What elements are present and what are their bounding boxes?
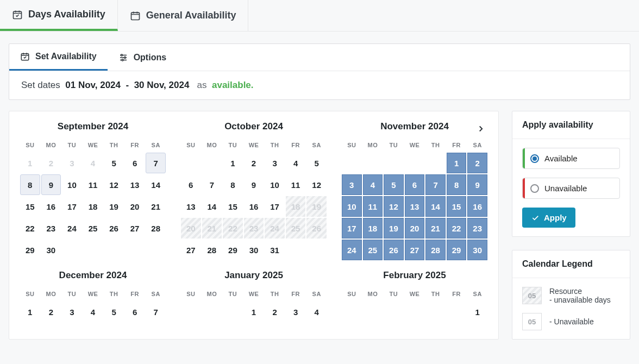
calendar-day[interactable]: 13 [125,174,145,195]
calendar-day[interactable]: 13 [405,196,425,217]
subtab-options[interactable]: Options [108,44,177,71]
calendar-day[interactable]: 23 [41,218,61,239]
calendar-day[interactable]: 2 [41,302,61,322]
calendar-day[interactable]: 28 [425,240,446,260]
calendar-day[interactable]: 27 [125,218,145,239]
calendar-day[interactable]: 17 [62,196,82,217]
tab-days-availability[interactable]: Days Availability [0,0,118,31]
calendar-day[interactable]: 16 [467,196,487,217]
calendar-day[interactable]: 15 [223,196,243,217]
calendar-day[interactable]: 10 [62,174,82,195]
calendar-day[interactable]: 18 [363,218,383,239]
calendar-day[interactable]: 3 [265,153,285,173]
calendar-day[interactable]: 9 [467,174,487,195]
calendar-day[interactable]: 26 [384,240,404,260]
calendar-day[interactable]: 2 [265,302,285,322]
calendar-day[interactable]: 30 [467,240,487,260]
calendar-day[interactable]: 29 [447,240,467,260]
calendar-day[interactable]: 10 [265,174,285,195]
calendar-day[interactable]: 18 [83,196,103,217]
calendar-day[interactable]: 6 [125,302,145,322]
calendar-day[interactable]: 6 [181,174,201,195]
calendar-day[interactable]: 15 [20,196,40,217]
tab-general-availability[interactable]: General Availability [118,0,249,31]
calendar-day[interactable]: 29 [223,240,243,260]
radio-available[interactable]: Available [522,148,620,169]
calendar-day[interactable]: 2 [244,153,264,173]
calendar-day[interactable]: 30 [41,240,61,260]
calendar-day[interactable]: 17 [265,196,285,217]
calendar-day[interactable]: 7 [202,174,222,195]
calendar-day[interactable]: 3 [286,302,306,322]
calendar-day[interactable]: 12 [384,196,404,217]
calendar-day[interactable]: 9 [41,174,61,195]
calendar-day[interactable]: 8 [447,174,467,195]
calendar-day[interactable]: 11 [286,174,306,195]
calendar-day[interactable]: 2 [467,153,487,173]
calendar-day[interactable]: 24 [342,240,362,260]
calendar-day[interactable]: 20 [125,196,145,217]
calendar-day[interactable]: 23 [467,218,487,239]
calendar-day[interactable]: 14 [146,174,166,195]
calendar-day[interactable]: 4 [306,302,327,322]
calendar-day[interactable]: 9 [244,174,264,195]
calendar-day[interactable]: 11 [363,196,383,217]
radio-unavailable[interactable]: Unavailable [522,178,620,199]
calendar-day[interactable]: 4 [363,174,383,195]
calendar-day[interactable]: 1 [244,302,264,322]
calendar-day[interactable]: 16 [41,196,61,217]
subtab-set-availability[interactable]: Set Availability [9,44,108,71]
calendar-day[interactable]: 1 [467,302,487,322]
calendar-day[interactable]: 8 [223,174,243,195]
calendar-day[interactable]: 7 [146,153,166,173]
next-month-button[interactable] [473,121,488,136]
calendar-day[interactable]: 17 [342,218,362,239]
calendar-day[interactable]: 27 [181,240,201,260]
calendar-day[interactable]: 24 [62,218,82,239]
calendar-day[interactable]: 10 [342,196,362,217]
calendar-day[interactable]: 19 [104,196,124,217]
calendar-day[interactable]: 6 [405,174,425,195]
calendar-day[interactable]: 28 [202,240,222,260]
calendar-day[interactable]: 11 [83,174,103,195]
calendar-day[interactable]: 14 [425,196,446,217]
calendar-day[interactable]: 7 [146,302,166,322]
calendar-day[interactable]: 27 [405,240,425,260]
calendar-day[interactable]: 30 [244,240,264,260]
calendar-day[interactable]: 15 [447,196,467,217]
calendar-day[interactable]: 12 [104,174,124,195]
calendar-day[interactable]: 22 [447,218,467,239]
calendar-day[interactable]: 19 [384,218,404,239]
calendar-day[interactable]: 13 [181,196,201,217]
calendar-day[interactable]: 28 [146,218,166,239]
calendar-day[interactable]: 22 [20,218,40,239]
calendar-day[interactable]: 6 [125,153,145,173]
calendar-day[interactable]: 1 [20,302,40,322]
calendar-day[interactable]: 3 [62,302,82,322]
calendar-day[interactable]: 25 [363,240,383,260]
calendar-day[interactable]: 20 [405,218,425,239]
calendar-day[interactable]: 1 [223,153,243,173]
calendar-day [342,153,362,173]
calendar-day[interactable]: 25 [83,218,103,239]
calendar-day[interactable]: 3 [342,174,362,195]
apply-button[interactable]: Apply [522,208,575,228]
calendar-day[interactable]: 5 [306,153,327,173]
calendar-day[interactable]: 5 [104,153,124,173]
calendar-day[interactable]: 4 [83,302,103,322]
calendar-day[interactable]: 12 [306,174,327,195]
calendar-day[interactable]: 29 [20,240,40,260]
calendar-day[interactable]: 26 [104,218,124,239]
calendar-day[interactable]: 5 [104,302,124,322]
calendar-day[interactable]: 7 [425,174,446,195]
calendar-day[interactable]: 4 [286,153,306,173]
calendar-day[interactable]: 1 [447,153,467,173]
calendar-day[interactable]: 14 [202,196,222,217]
calendar-day[interactable]: 31 [265,240,285,260]
calendar-day[interactable]: 21 [146,196,166,217]
calendar-day[interactable]: 21 [425,218,446,239]
calendar-day[interactable]: 16 [244,196,264,217]
calendar-day[interactable]: 8 [20,174,40,195]
dow-header: SUMOTUWETHFRSA [20,291,166,297]
calendar-day[interactable]: 5 [384,174,404,195]
